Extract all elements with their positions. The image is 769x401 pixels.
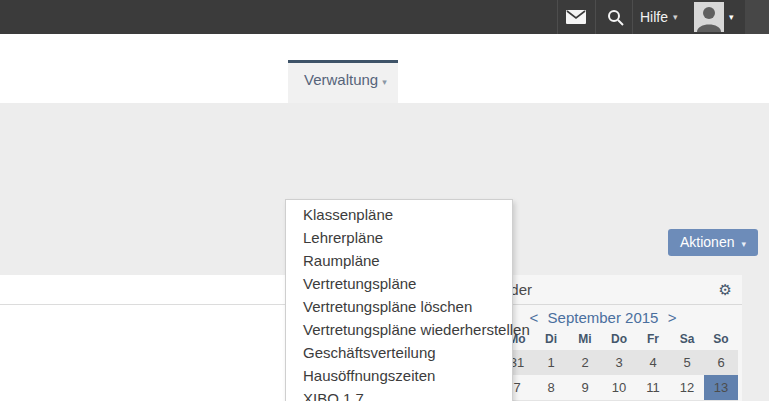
chevron-down-icon: ▾ — [741, 239, 746, 249]
dropdown-item[interactable]: Hausöffnungszeiten — [286, 364, 512, 387]
calendar-day[interactable]: 12 — [670, 375, 704, 400]
mail-icon — [566, 10, 586, 24]
verwaltung-dropdown-menu: KlassenpläneLehrerpläneRaumpläneVertretu… — [285, 199, 513, 401]
dropdown-item[interactable]: Raumpläne — [286, 249, 512, 272]
month-label: September 2015 — [548, 309, 659, 326]
calendar-day[interactable]: 8 — [534, 375, 568, 400]
chevron-down-icon: ▾ — [729, 12, 734, 22]
nav-item-verwaltung-active[interactable]: Verwaltung▾ — [288, 60, 398, 103]
help-label: Hilfe — [640, 9, 668, 25]
topbar-separator — [557, 0, 558, 34]
gear-icon[interactable]: ⚙ — [719, 275, 732, 304]
search-icon — [607, 9, 624, 26]
calendar-day[interactable]: 5 — [670, 350, 704, 375]
avatar[interactable] — [694, 2, 724, 32]
weekday-header: Mi — [568, 328, 602, 350]
dropdown-item[interactable]: XIBO 1.7 — [286, 387, 512, 401]
next-month-button[interactable]: > — [668, 309, 677, 326]
mail-icon[interactable] — [562, 0, 590, 34]
calendar-day-selected[interactable]: 13 — [704, 375, 738, 400]
prev-month-button[interactable]: < — [530, 309, 539, 326]
user-silhouette-icon — [694, 2, 724, 32]
topbar-right-block — [745, 0, 769, 34]
dropdown-item[interactable]: Geschäftsverteilung — [286, 341, 512, 364]
dropdown-item[interactable]: Lehrerpläne — [286, 226, 512, 249]
chevron-down-icon: ▾ — [382, 77, 387, 87]
topbar: Hilfe ▾ ▾ — [0, 0, 769, 34]
weekday-header: Fr — [636, 328, 670, 350]
dropdown-item[interactable]: Vertretungspläne — [286, 272, 512, 295]
aktionen-label: Aktionen — [680, 234, 734, 250]
dropdown-item[interactable]: Vertretungspläne wiederherstellen — [286, 318, 512, 341]
calendar-day[interactable]: 9 — [568, 375, 602, 400]
page: Hilfe ▾ ▾ Gruppen▾ Ressourcen▾ Aktuelles… — [0, 0, 769, 401]
calendar-day[interactable]: 6 — [704, 350, 738, 375]
dropdown-item[interactable]: Vertretungspläne löschen — [286, 295, 512, 318]
calendar-day[interactable]: 1 — [534, 350, 568, 375]
weekday-header: Do — [602, 328, 636, 350]
navbar: Gruppen▾ Ressourcen▾ Aktuelles▾ Verwaltu… — [0, 34, 769, 103]
avatar-menu-caret[interactable]: ▾ — [729, 0, 734, 34]
chevron-down-icon: ▾ — [673, 12, 678, 22]
calendar-day[interactable]: 11 — [636, 375, 670, 400]
calendar-day[interactable]: 3 — [602, 350, 636, 375]
weekday-header: Di — [534, 328, 568, 350]
calendar-day[interactable]: 4 — [636, 350, 670, 375]
aktionen-button[interactable]: Aktionen▾ — [668, 229, 758, 256]
content-area: Aktionen▾ Kalender ⚙ < September 2015 > … — [0, 103, 769, 401]
nav-label: Verwaltung — [304, 71, 378, 88]
calendar-day[interactable]: 2 — [568, 350, 602, 375]
dropdown-item[interactable]: Klassenpläne — [286, 203, 512, 226]
weekday-header: Sa — [670, 328, 704, 350]
weekday-header: So — [704, 328, 738, 350]
topbar-separator — [595, 0, 596, 34]
search-icon[interactable] — [601, 0, 629, 34]
help-menu[interactable]: Hilfe ▾ — [640, 0, 678, 34]
topbar-separator — [632, 0, 633, 34]
calendar-day[interactable]: 10 — [602, 375, 636, 400]
